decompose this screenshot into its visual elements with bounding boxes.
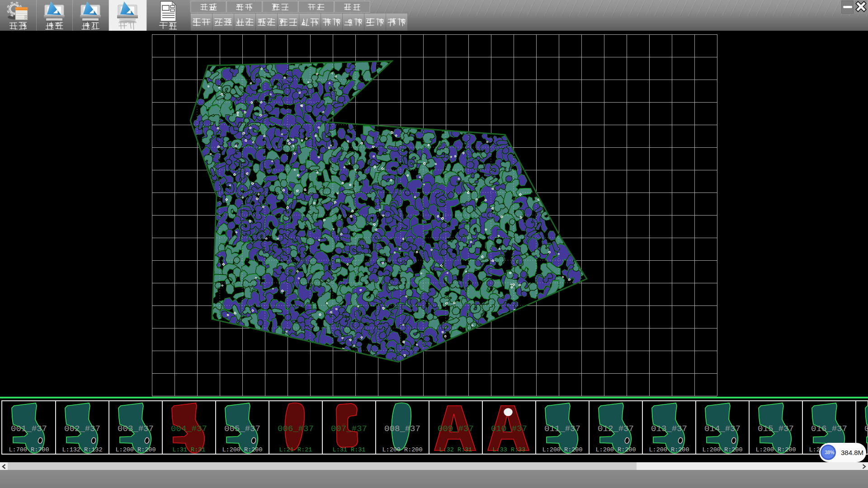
svg-text:009_#37: 009_#37 <box>438 424 474 434</box>
svg-text:007_#37: 007_#37 <box>331 424 367 434</box>
svg-text:006_#37: 006_#37 <box>278 424 314 434</box>
svg-text:002_#37: 002_#37 <box>64 424 100 434</box>
svg-text:L:200 R:200: L:200 R:200 <box>382 446 422 453</box>
svg-text:L:200 R:200: L:200 R:200 <box>542 446 582 453</box>
svg-text:012_#37: 012_#37 <box>598 424 634 434</box>
svg-text:L:200 R:200: L:200 R:200 <box>649 446 689 453</box>
svg-text:016_#37: 016_#37 <box>811 424 847 434</box>
svg-text:011_#37: 011_#37 <box>544 424 580 434</box>
svg-text:013_#37: 013_#37 <box>651 424 687 434</box>
svg-text:017_#37: 017_#37 <box>864 424 868 434</box>
svg-text:L:200 R:200: L:200 R:200 <box>702 446 742 453</box>
svg-text:L:700 R:700: L:700 R:700 <box>9 446 49 453</box>
svg-text:L:33 R:33: L:33 R:33 <box>493 446 526 453</box>
svg-text:L:132 R:132: L:132 R:132 <box>62 446 102 453</box>
svg-text:L:32 R:31: L:32 R:31 <box>439 446 472 453</box>
svg-text:L:31 R:31: L:31 R:31 <box>173 446 206 453</box>
svg-text:003_#37: 003_#37 <box>118 424 154 434</box>
svg-text:L:200 R:200: L:200 R:200 <box>595 446 636 453</box>
svg-text:004_#37: 004_#37 <box>171 424 207 434</box>
svg-text:014_#37: 014_#37 <box>704 424 741 434</box>
svg-text:L:21 R:21: L:21 R:21 <box>279 446 312 453</box>
svg-text:L:200 R:200: L:200 R:200 <box>115 446 156 453</box>
svg-text:008_#37: 008_#37 <box>384 424 420 434</box>
svg-text:015_#37: 015_#37 <box>758 424 794 434</box>
svg-text:L:31 R:31: L:31 R:31 <box>333 446 366 453</box>
svg-text:L:200 R:200: L:200 R:200 <box>755 446 796 453</box>
svg-text:010_#37: 010_#37 <box>491 424 527 434</box>
svg-text:001_#37: 001_#37 <box>11 424 47 434</box>
svg-text:L:200 R:200: L:200 R:200 <box>222 446 262 453</box>
svg-text:005_#37: 005_#37 <box>224 424 260 434</box>
